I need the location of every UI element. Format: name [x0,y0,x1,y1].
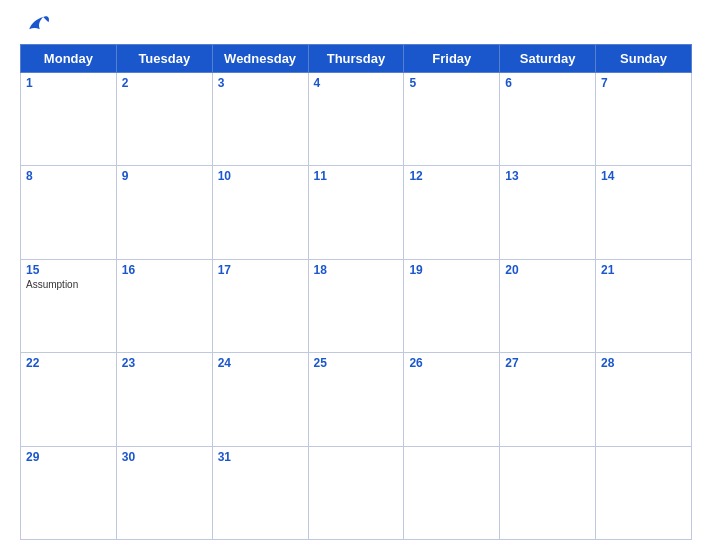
logo [24,10,56,38]
calendar-day-cell: 14 [596,166,692,259]
day-number: 15 [26,263,111,277]
calendar-day-cell: 10 [212,166,308,259]
day-number: 21 [601,263,686,277]
day-number: 24 [218,356,303,370]
calendar-day-cell [596,446,692,539]
day-number: 9 [122,169,207,183]
holiday-label: Assumption [26,279,111,290]
calendar-day-cell: 30 [116,446,212,539]
calendar-day-cell: 13 [500,166,596,259]
day-number: 18 [314,263,399,277]
day-number: 19 [409,263,494,277]
weekday-header-saturday: Saturday [500,45,596,73]
weekday-header-wednesday: Wednesday [212,45,308,73]
day-number: 13 [505,169,590,183]
calendar-day-cell: 3 [212,73,308,166]
calendar-day-cell: 25 [308,353,404,446]
day-number: 31 [218,450,303,464]
calendar-week-row: 22232425262728 [21,353,692,446]
calendar-day-cell [500,446,596,539]
calendar-day-cell: 22 [21,353,117,446]
calendar-table: MondayTuesdayWednesdayThursdayFridaySatu… [20,44,692,540]
day-number: 23 [122,356,207,370]
day-number: 14 [601,169,686,183]
day-number: 26 [409,356,494,370]
day-number: 16 [122,263,207,277]
calendar-day-cell: 28 [596,353,692,446]
day-number: 27 [505,356,590,370]
day-number: 12 [409,169,494,183]
calendar-day-cell: 19 [404,259,500,352]
weekday-header-monday: Monday [21,45,117,73]
day-number: 5 [409,76,494,90]
calendar-day-cell [404,446,500,539]
day-number: 22 [26,356,111,370]
weekday-header-sunday: Sunday [596,45,692,73]
calendar-day-cell: 1 [21,73,117,166]
calendar-day-cell: 11 [308,166,404,259]
calendar-week-row: 1234567 [21,73,692,166]
day-number: 20 [505,263,590,277]
day-number: 1 [26,76,111,90]
weekday-header-thursday: Thursday [308,45,404,73]
calendar-week-row: 891011121314 [21,166,692,259]
day-number: 4 [314,76,399,90]
day-number: 17 [218,263,303,277]
day-number: 11 [314,169,399,183]
calendar-week-row: 293031 [21,446,692,539]
calendar-day-cell: 7 [596,73,692,166]
calendar-day-cell [308,446,404,539]
calendar-day-cell: 29 [21,446,117,539]
calendar-day-cell: 23 [116,353,212,446]
day-number: 25 [314,356,399,370]
calendar-day-cell: 6 [500,73,596,166]
day-number: 30 [122,450,207,464]
calendar-day-cell: 26 [404,353,500,446]
day-number: 8 [26,169,111,183]
weekday-header-row: MondayTuesdayWednesdayThursdayFridaySatu… [21,45,692,73]
day-number: 29 [26,450,111,464]
calendar-day-cell: 31 [212,446,308,539]
calendar-week-row: 15Assumption161718192021 [21,259,692,352]
weekday-header-friday: Friday [404,45,500,73]
calendar-day-cell: 24 [212,353,308,446]
day-number: 6 [505,76,590,90]
calendar-day-cell: 9 [116,166,212,259]
calendar-day-cell: 17 [212,259,308,352]
calendar-header [20,10,692,38]
day-number: 2 [122,76,207,90]
day-number: 7 [601,76,686,90]
weekday-header-tuesday: Tuesday [116,45,212,73]
calendar-day-cell: 21 [596,259,692,352]
logo-bird-icon [24,10,52,38]
calendar-day-cell: 18 [308,259,404,352]
day-number: 10 [218,169,303,183]
calendar-day-cell: 5 [404,73,500,166]
day-number: 3 [218,76,303,90]
calendar-day-cell: 15Assumption [21,259,117,352]
day-number: 28 [601,356,686,370]
calendar-day-cell: 20 [500,259,596,352]
calendar-day-cell: 27 [500,353,596,446]
calendar-day-cell: 2 [116,73,212,166]
calendar-day-cell: 12 [404,166,500,259]
calendar-day-cell: 16 [116,259,212,352]
calendar-day-cell: 8 [21,166,117,259]
calendar-day-cell: 4 [308,73,404,166]
